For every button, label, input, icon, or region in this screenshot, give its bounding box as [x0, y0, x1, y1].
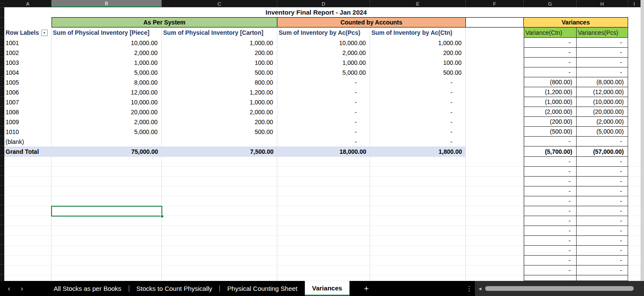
scroll-left-arrow-icon[interactable]: ◀	[475, 287, 485, 291]
variance-pcs-cell[interactable]: (8,000.00)	[577, 77, 628, 87]
empty-cell[interactable]	[577, 275, 628, 281]
variance-ctn-cell[interactable]: (800.00)	[524, 77, 577, 87]
sys-cartons-cell[interactable]: 800.00	[162, 77, 277, 87]
header-sys-pieces[interactable]: Sum of Physical Inventory [Piece]	[52, 27, 162, 38]
group-header-variances[interactable]: Variances	[524, 17, 628, 27]
acc-pcs-cell[interactable]: 5,000.00	[277, 67, 370, 77]
acc-pcs-cell[interactable]: -	[277, 97, 370, 107]
variance-pcs-cell[interactable]: -	[577, 256, 628, 265]
empty-cell[interactable]	[162, 265, 277, 275]
row-label-cell[interactable]: 1005	[4, 77, 52, 87]
tab-stocks-to-count-physically[interactable]: Stocks to Count Physically	[129, 281, 220, 296]
empty-cell[interactable]	[370, 177, 466, 186]
empty-cell[interactable]	[162, 206, 277, 216]
empty-cell[interactable]	[162, 216, 277, 226]
empty-cell[interactable]	[277, 275, 370, 281]
group-header-as-per-system[interactable]: As Per System	[52, 17, 277, 27]
sys-cartons-cell[interactable]	[162, 137, 277, 146]
empty-cell[interactable]	[628, 17, 641, 27]
empty-cell[interactable]	[370, 186, 466, 196]
add-sheet-button[interactable]: +	[357, 281, 376, 296]
variance-ctn-cell[interactable]: -	[524, 58, 577, 67]
variance-pcs-cell[interactable]: -	[577, 196, 628, 206]
variance-ctn-cell[interactable]: -	[524, 196, 577, 206]
empty-cell[interactable]	[466, 186, 524, 196]
empty-cell[interactable]	[4, 236, 52, 246]
column-header-i[interactable]: I	[628, 0, 641, 7]
sys-pieces-cell[interactable]: 1,000.00	[52, 58, 162, 67]
variance-pcs-cell[interactable]: (2,000.00)	[577, 117, 628, 127]
empty-cell[interactable]	[277, 206, 370, 216]
empty-cell[interactable]	[466, 127, 524, 137]
acc-pcs-cell[interactable]: -	[277, 87, 370, 97]
acc-ctn-cell[interactable]: -	[370, 77, 466, 87]
variance-ctn-cell[interactable]: -	[524, 48, 577, 58]
variance-ctn-cell[interactable]: (500.00)	[524, 127, 577, 137]
empty-cell[interactable]	[162, 196, 277, 206]
row-label-cell[interactable]: 1002	[4, 48, 52, 58]
empty-cell[interactable]	[52, 236, 162, 246]
empty-cell[interactable]	[466, 246, 524, 256]
empty-cell[interactable]	[466, 256, 524, 265]
sys-cartons-cell[interactable]: 500.00	[162, 127, 277, 137]
column-header-e[interactable]: E	[370, 0, 466, 7]
sys-pieces-cell[interactable]: 2,000.00	[52, 48, 162, 58]
empty-cell[interactable]	[277, 236, 370, 246]
row-labels-header-cell[interactable]: Row Labels ▼	[4, 27, 52, 38]
variance-ctn-cell[interactable]: -	[524, 246, 577, 256]
variance-ctn-cell[interactable]: (1,000.00)	[524, 97, 577, 107]
empty-cell[interactable]	[4, 226, 52, 236]
empty-cell[interactable]	[370, 167, 466, 177]
empty-cell[interactable]	[466, 206, 524, 216]
empty-cell[interactable]	[52, 157, 162, 167]
empty-cell[interactable]	[162, 246, 277, 256]
fill-handle[interactable]	[161, 215, 164, 218]
row-label-cell[interactable]: 1001	[4, 38, 52, 48]
variance-pcs-cell[interactable]: -	[577, 58, 628, 67]
empty-cell[interactable]	[628, 48, 641, 58]
sys-pieces-cell[interactable]: 2,000.00	[52, 117, 162, 127]
acc-pcs-cell[interactable]: -	[277, 117, 370, 127]
empty-cell[interactable]	[466, 157, 524, 167]
variance-pcs-cell[interactable]: -	[577, 265, 628, 275]
acc-ctn-cell[interactable]: -	[370, 87, 466, 97]
sys-pieces-cell[interactable]: 20,000.00	[52, 107, 162, 117]
sys-pieces-cell[interactable]: 12,000.00	[52, 87, 162, 97]
variance-pcs-cell[interactable]: -	[577, 246, 628, 256]
empty-cell[interactable]	[277, 186, 370, 196]
acc-ctn-cell[interactable]: -	[370, 117, 466, 127]
variance-ctn-cell[interactable]: -	[524, 236, 577, 246]
empty-cell[interactable]	[162, 186, 277, 196]
empty-cell[interactable]	[162, 167, 277, 177]
variance-pcs-cell[interactable]: -	[577, 236, 628, 246]
empty-cell[interactable]	[4, 275, 52, 281]
empty-cell[interactable]	[628, 167, 641, 177]
grand-total-acc-pcs[interactable]: 18,000.00	[277, 146, 370, 157]
empty-cell[interactable]	[466, 275, 524, 281]
acc-ctn-cell[interactable]: -	[370, 127, 466, 137]
variance-ctn-cell[interactable]: -	[524, 206, 577, 216]
empty-cell[interactable]	[52, 186, 162, 196]
row-label-cell[interactable]: 1004	[4, 67, 52, 77]
empty-cell[interactable]	[466, 177, 524, 186]
variance-ctn-cell[interactable]: -	[524, 186, 577, 196]
empty-cell[interactable]	[628, 87, 641, 97]
variance-pcs-cell[interactable]: -	[577, 186, 628, 196]
header-variance-ctn[interactable]: Variance(Ctn)	[524, 27, 577, 38]
empty-cell[interactable]	[370, 216, 466, 226]
empty-cell[interactable]	[4, 167, 52, 177]
empty-cell[interactable]	[628, 275, 641, 281]
acc-ctn-cell[interactable]: 200.00	[370, 48, 466, 58]
empty-cell[interactable]	[466, 196, 524, 206]
empty-cell[interactable]	[628, 186, 641, 196]
empty-cell[interactable]	[466, 67, 524, 77]
column-header-a[interactable]: A	[4, 0, 52, 7]
variance-ctn-cell[interactable]: (1,200.00)	[524, 87, 577, 97]
empty-cell[interactable]	[466, 77, 524, 87]
acc-pcs-cell[interactable]: -	[277, 107, 370, 117]
variance-pcs-cell[interactable]: -	[577, 38, 628, 48]
empty-cell[interactable]	[52, 196, 162, 206]
sys-cartons-cell[interactable]: 1,200.00	[162, 87, 277, 97]
empty-cell[interactable]	[4, 177, 52, 186]
variance-ctn-cell[interactable]: -	[524, 216, 577, 226]
